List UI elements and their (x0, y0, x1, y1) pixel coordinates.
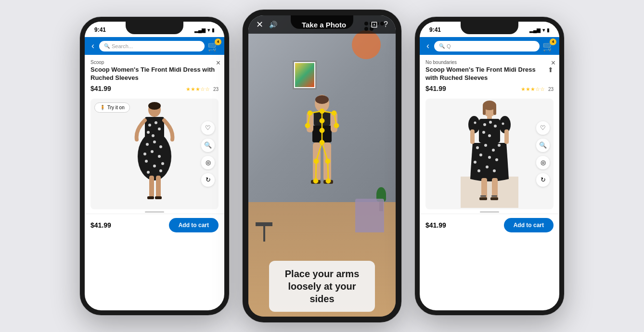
time-right: 9:41 (429, 26, 441, 33)
svg-point-9 (155, 121, 157, 124)
instruction-text: Place your arms loosely at your sides (281, 268, 363, 305)
svg-rect-71 (491, 195, 497, 197)
footer-price-right: $41.99 (425, 221, 446, 229)
camera-viewfinder: Place your arms loosely at your sides (248, 15, 396, 317)
search-bar-right[interactable]: 🔍 Q (434, 41, 540, 51)
try-on-icon-left: 🧍 (100, 105, 105, 110)
svg-point-78 (502, 123, 504, 125)
back-button-right[interactable]: ‹ (425, 40, 431, 52)
svg-point-83 (479, 153, 482, 156)
svg-rect-4 (149, 176, 154, 197)
cart-icon-right[interactable]: 🛒 4 (542, 40, 554, 52)
add-to-cart-button-left[interactable]: Add to cart (169, 218, 219, 232)
svg-point-21 (153, 165, 156, 167)
svg-point-73 (489, 121, 492, 124)
battery-icon: ▮ (212, 27, 215, 33)
try-on-button-left[interactable]: 🧍 Try it on (94, 102, 130, 113)
svg-point-11 (147, 131, 150, 134)
add-to-cart-button-right[interactable]: Add to cart (504, 218, 554, 232)
product-info-left: Scoop Scoop Women's Tie Front Midi Dress… (85, 55, 224, 99)
svg-rect-59 (493, 105, 496, 115)
ar-button-right[interactable]: ◎ (536, 156, 550, 169)
svg-point-13 (146, 143, 149, 146)
svg-point-76 (488, 134, 491, 137)
zoom-button-left[interactable]: 🔍 (201, 139, 215, 152)
cart-count-left: 4 (215, 38, 221, 45)
try-on-label-left: Try it on (107, 105, 125, 110)
svg-line-54 (328, 161, 328, 181)
cart-icon-left[interactable]: 🛒 4 (207, 40, 219, 52)
walmart-header-left: ‹ 🔍 Search... 🛒 4 (85, 37, 224, 55)
model-figure-left (128, 101, 181, 207)
svg-point-88 (493, 169, 496, 172)
review-count-left: 23 (213, 87, 219, 92)
rotate-button-right[interactable]: ↻ (536, 173, 550, 187)
svg-rect-7 (155, 196, 162, 199)
brand-right: No boundaries (425, 60, 554, 65)
furniture (355, 199, 384, 232)
picture-frame (293, 61, 317, 89)
wifi-icon: ▾ (207, 27, 210, 33)
svg-rect-66 (481, 178, 487, 198)
audio-button[interactable]: 🔊 (269, 21, 277, 28)
svg-point-17 (151, 150, 154, 153)
svg-point-82 (498, 144, 501, 147)
status-icons-left: ▂▄▆ ▾ ▮ (194, 27, 215, 33)
close-button-right[interactable]: × (551, 59, 555, 67)
svg-rect-68 (479, 197, 487, 200)
product-info-right: No boundaries Scoop Women's Tie Front Mi… (420, 55, 559, 99)
walmart-header-right: ‹ 🔍 Q 🛒 4 (420, 37, 559, 55)
camera-close-button[interactable]: ✕ (256, 19, 263, 30)
footer-price-left: $41.99 (90, 221, 111, 229)
footer-bar-left: $41.99 Add to cart (85, 214, 224, 236)
notch-left (126, 22, 183, 34)
side-actions-left: ♡ 🔍 ◎ ↻ (201, 121, 215, 187)
svg-point-74 (494, 125, 497, 128)
ar-button-left[interactable]: ◎ (201, 156, 215, 169)
svg-point-22 (147, 171, 150, 174)
svg-rect-70 (480, 195, 486, 197)
svg-point-12 (152, 134, 155, 137)
price-row-left: $41.99 ★★★☆☆ 23 (90, 84, 219, 93)
search-icon-right: 🔍 (439, 43, 445, 49)
favorite-button-left[interactable]: ♡ (201, 121, 215, 135)
flip-camera-button[interactable]: ⊡ (371, 19, 378, 30)
review-count-right: 23 (548, 87, 554, 92)
svg-point-23 (159, 169, 162, 172)
svg-point-89 (477, 169, 480, 172)
svg-point-77 (474, 122, 477, 124)
instruction-box: Place your arms loosely at your sides (269, 261, 375, 312)
rotate-button-left[interactable]: ↻ (201, 173, 215, 187)
price-row-right: $41.99 ★★★☆☆ 23 (425, 84, 554, 93)
stars-left: ★★★☆☆ (186, 86, 210, 92)
svg-point-3 (138, 132, 171, 180)
side-actions-right: ♡ 🔍 ◎ ↻ (536, 121, 550, 187)
close-button-left[interactable]: × (216, 59, 220, 67)
svg-point-86 (474, 161, 477, 164)
back-button-left[interactable]: ‹ (90, 40, 96, 52)
time-left: 9:41 (94, 26, 106, 33)
battery-icon-right: ▮ (547, 27, 550, 33)
favorite-button-right[interactable]: ♡ (536, 121, 550, 135)
svg-point-87 (486, 166, 489, 168)
help-button[interactable]: ? (384, 20, 388, 29)
stars-right: ★★★☆☆ (521, 86, 545, 92)
price-right: $41.99 (425, 85, 446, 92)
svg-point-85 (495, 158, 498, 161)
svg-rect-65 (504, 129, 509, 144)
svg-rect-69 (490, 197, 498, 200)
svg-point-81 (492, 149, 495, 152)
search-bar-left[interactable]: 🔍 Search... (99, 41, 205, 51)
product-panel-right: × No boundaries Scoop Women's Tie Front … (420, 55, 559, 236)
product-image-right: ♡ 🔍 ◎ ↻ (425, 99, 554, 209)
svg-rect-64 (470, 129, 475, 144)
search-placeholder-left: Search... (112, 43, 133, 49)
svg-rect-5 (156, 176, 161, 197)
price-left: $41.99 (90, 85, 111, 92)
cart-count-right: 4 (550, 38, 556, 45)
svg-rect-6 (147, 196, 154, 199)
wifi-icon-right: ▾ (542, 27, 545, 33)
zoom-button-right[interactable]: 🔍 (536, 139, 550, 152)
svg-point-1 (148, 102, 161, 110)
notch-right (461, 22, 518, 34)
